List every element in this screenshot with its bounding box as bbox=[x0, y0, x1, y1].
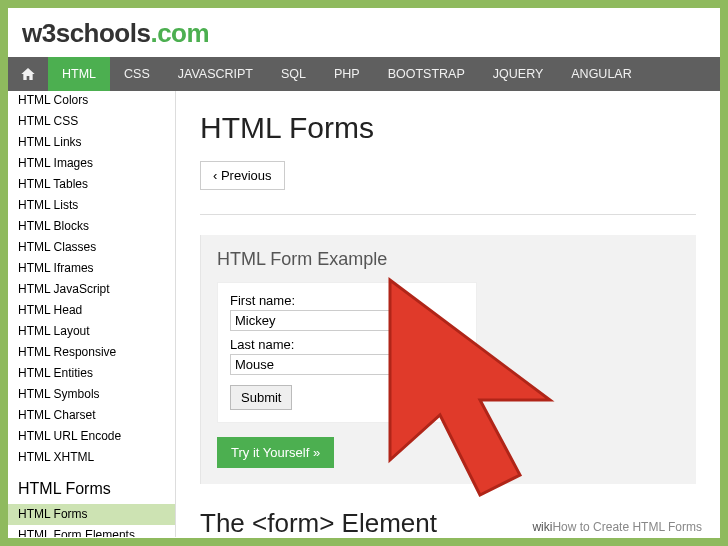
sidebar-item[interactable]: HTML Form Elements bbox=[8, 525, 175, 538]
watermark: wikiHow to Create HTML Forms bbox=[532, 520, 702, 534]
watermark-text: How to Create HTML Forms bbox=[552, 520, 702, 534]
last-name-input[interactable] bbox=[230, 354, 400, 375]
sidebar-item[interactable]: HTML XHTML bbox=[8, 447, 175, 468]
nav-item-css[interactable]: CSS bbox=[110, 57, 164, 91]
top-nav: HTML CSS JAVASCRIPT SQL PHP BOOTSTRAP JQ… bbox=[8, 57, 720, 91]
nav-item-php[interactable]: PHP bbox=[320, 57, 374, 91]
home-icon bbox=[20, 66, 36, 82]
site-logo[interactable]: w3schools.com bbox=[8, 8, 720, 57]
logo-text-suffix: .com bbox=[150, 18, 209, 48]
form-panel: First name: Last name: Submit bbox=[217, 282, 477, 423]
sidebar-item[interactable]: HTML Links bbox=[8, 132, 175, 153]
sidebar-item[interactable]: HTML Head bbox=[8, 300, 175, 321]
sidebar-item[interactable]: HTML Charset bbox=[8, 405, 175, 426]
sidebar-item[interactable]: HTML Layout bbox=[8, 321, 175, 342]
nav-home[interactable] bbox=[8, 57, 48, 91]
sidebar-item[interactable]: HTML Tables bbox=[8, 174, 175, 195]
sidebar-item[interactable]: HTML CSS bbox=[8, 111, 175, 132]
sidebar-item[interactable]: HTML Images bbox=[8, 153, 175, 174]
example-title: HTML Form Example bbox=[217, 249, 680, 270]
sidebar-heading: HTML Forms bbox=[8, 468, 175, 504]
previous-button[interactable]: ‹ Previous bbox=[200, 161, 285, 190]
example-box: HTML Form Example First name: Last name:… bbox=[200, 235, 696, 484]
try-it-button[interactable]: Try it Yourself » bbox=[217, 437, 334, 468]
sidebar-item[interactable]: HTML Entities bbox=[8, 363, 175, 384]
sidebar-item[interactable]: HTML Colors bbox=[8, 93, 175, 111]
divider bbox=[200, 214, 696, 215]
sidebar-item[interactable]: HTML Blocks bbox=[8, 216, 175, 237]
logo-text-main: w3schools bbox=[22, 18, 150, 48]
sidebar-item-html-forms[interactable]: HTML Forms bbox=[8, 504, 175, 525]
page-title: HTML Forms bbox=[200, 111, 696, 145]
main-content: HTML Forms ‹ Previous HTML Form Example … bbox=[176, 91, 720, 537]
nav-item-angular[interactable]: ANGULAR bbox=[557, 57, 645, 91]
sidebar: HTML Colors HTML CSS HTML Links HTML Ima… bbox=[8, 91, 176, 537]
sidebar-item[interactable]: HTML Symbols bbox=[8, 384, 175, 405]
sidebar-item[interactable]: HTML JavaScript bbox=[8, 279, 175, 300]
sidebar-item[interactable]: HTML Lists bbox=[8, 195, 175, 216]
nav-item-jquery[interactable]: JQUERY bbox=[479, 57, 557, 91]
submit-button[interactable]: Submit bbox=[230, 385, 292, 410]
nav-item-javascript[interactable]: JAVASCRIPT bbox=[164, 57, 267, 91]
last-name-label: Last name: bbox=[230, 337, 464, 352]
sidebar-item[interactable]: HTML Classes bbox=[8, 237, 175, 258]
first-name-input[interactable] bbox=[230, 310, 400, 331]
sidebar-item[interactable]: HTML Responsive bbox=[8, 342, 175, 363]
nav-item-html[interactable]: HTML bbox=[48, 57, 110, 91]
sidebar-item[interactable]: HTML URL Encode bbox=[8, 426, 175, 447]
nav-item-sql[interactable]: SQL bbox=[267, 57, 320, 91]
nav-item-bootstrap[interactable]: BOOTSTRAP bbox=[374, 57, 479, 91]
sidebar-item[interactable]: HTML Iframes bbox=[8, 258, 175, 279]
first-name-label: First name: bbox=[230, 293, 464, 308]
watermark-prefix: wiki bbox=[532, 520, 552, 534]
